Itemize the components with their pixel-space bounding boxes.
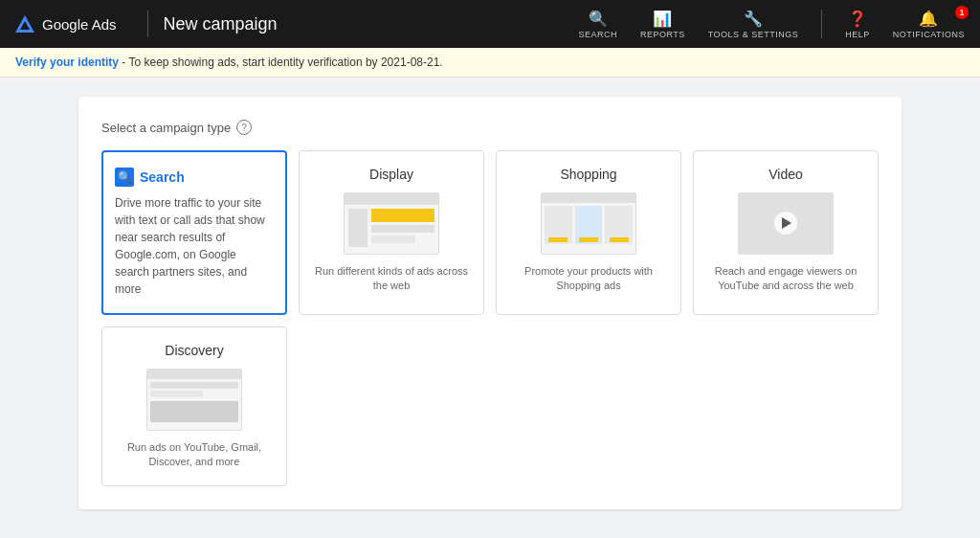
notification-icon: 🔔 [919,10,938,28]
help-label: HELP [845,30,870,39]
campaign-types-row1: 🔍 Search Drive more traffic to your site… [101,150,879,315]
top-nav: Google Ads New campaign 🔍 SEARCH 📊 REPOR… [0,0,980,48]
video-play-icon [774,212,797,235]
search-card-desc: Drive more traffic to your site with tex… [115,194,274,298]
page-title: New campaign [164,14,579,34]
logo-icon [15,15,34,33]
campaign-type-shopping[interactable]: Shopping Promote your products with Shop… [496,150,681,315]
help-icon: ❓ [848,10,867,28]
discovery-card-desc: Run ads on YouTube, Gmail, Discover, and… [114,440,275,470]
campaign-type-label-text: Select a campaign type [101,121,231,135]
nav-search-button[interactable]: 🔍 SEARCH [578,10,617,39]
search-card-header: 🔍 Search [115,168,185,187]
help-tooltip-icon[interactable]: ? [236,120,252,135]
video-icon-area [705,190,866,257]
nav-reports-button[interactable]: 📊 REPORTS [640,10,685,39]
campaign-types-row2: Discovery Run ads on YouTube, Gmail, Dis… [101,326,879,486]
campaign-type-video[interactable]: Video Reach and engage viewers on YouTub… [693,150,879,315]
nav-actions: 🔍 SEARCH 📊 REPORTS 🔧 TOOLS & SETTINGS ❓ … [578,10,965,39]
discovery-card-title: Discovery [165,343,223,358]
notification-badge: 1 [955,6,969,19]
notifications-label: NOTIFICATIONS [893,30,965,39]
logo-text: Google Ads [42,16,117,33]
campaign-type-search[interactable]: 🔍 Search Drive more traffic to your site… [101,150,287,315]
discovery-icon-area [114,366,275,433]
identity-banner-body: - To keep showing ads, start identity ve… [119,56,443,69]
shopping-card-desc: Promote your products with Shopping ads [508,264,669,294]
video-thumbnail [738,192,834,255]
reports-label: REPORTS [640,30,685,39]
search-label: SEARCH [578,30,617,39]
logo-area: Google Ads [15,15,117,33]
action-divider [821,10,822,38]
shopping-thumbnail [541,192,636,255]
campaign-card: Select a campaign type ? 🔍 Search Drive … [78,97,902,509]
display-icon-area [311,190,472,257]
reports-icon: 📊 [653,10,672,28]
nav-divider [147,11,148,37]
search-icon: 🔍 [589,10,608,28]
nav-help-button[interactable]: ❓ HELP [845,10,870,39]
video-card-title: Video [768,167,803,182]
campaign-type-display[interactable]: Display Run diffe [299,150,484,315]
search-card-icon: 🔍 [115,168,134,187]
video-card-desc: Reach and engage viewers on YouTube and … [705,264,866,294]
tools-icon: 🔧 [744,10,763,28]
main-content: Select a campaign type ? 🔍 Search Drive … [0,78,980,528]
tools-label: TOOLS & SETTINGS [708,30,798,39]
display-card-desc: Run different kinds of ads across the we… [311,264,472,294]
campaign-type-discovery[interactable]: Discovery Run ads on YouTube, Gmail, Dis… [101,326,287,486]
search-card-title: Search [140,169,185,185]
identity-banner: Verify your identity - To keep showing a… [0,48,980,78]
bottom-actions: CONTINUE CANCEL [0,528,980,538]
nav-tools-button[interactable]: 🔧 TOOLS & SETTINGS [708,10,798,39]
nav-notifications-button[interactable]: 🔔 1 NOTIFICATIONS [893,10,965,39]
identity-banner-bold: Verify your identity [15,56,119,69]
display-thumbnail [344,192,439,255]
display-card-title: Display [369,167,413,182]
shopping-icon-area [508,190,669,257]
discovery-thumbnail [146,369,242,431]
shopping-card-title: Shopping [560,167,616,182]
campaign-type-label: Select a campaign type ? [101,120,879,135]
